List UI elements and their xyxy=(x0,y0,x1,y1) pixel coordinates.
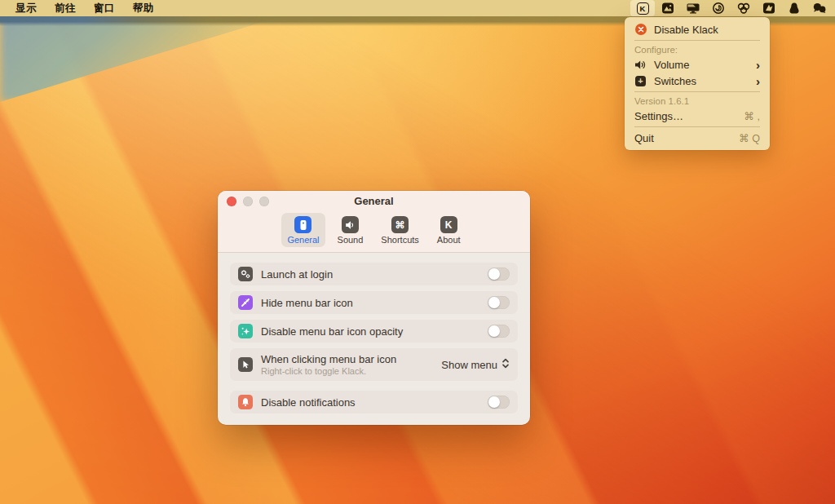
hide-menu-bar-icon-toggle[interactable] xyxy=(488,296,510,309)
settings-label: Settings… xyxy=(634,110,683,122)
configure-section-label: Configure: xyxy=(625,43,770,56)
row-control xyxy=(488,396,510,409)
menu-item-quit[interactable]: Quit ⌘ Q xyxy=(625,130,770,146)
toolbar-tabs: General Sound ⌘ Shortcuts K About xyxy=(218,210,530,252)
menu-item-settings[interactable]: Settings… ⌘ , xyxy=(625,108,770,124)
monitor-icon xyxy=(686,2,700,15)
k-icon: K xyxy=(440,216,457,233)
hide-slash-icon xyxy=(238,295,253,310)
cursor-icon xyxy=(238,357,253,372)
row-launch-at-login: Launch at login xyxy=(230,263,518,285)
klack-k-icon: K xyxy=(637,2,649,15)
quit-shortcut: ⌘ Q xyxy=(739,132,760,144)
two-chat-bubbles-icon xyxy=(812,2,827,15)
row-control xyxy=(488,267,510,281)
disable-notifications-toggle[interactable] xyxy=(488,396,510,409)
launch-at-login-toggle[interactable] xyxy=(488,267,510,281)
switches-icon-wrap: + xyxy=(634,75,647,87)
show-menu-popup-button[interactable] xyxy=(501,357,510,373)
bird-app-icon[interactable] xyxy=(756,0,781,16)
settings-window: General General Sound ⌘ Shortcuts K xyxy=(218,191,530,425)
tab-sound-label: Sound xyxy=(338,235,364,245)
disable-circle-icon xyxy=(635,24,647,35)
tab-about-label: About xyxy=(437,235,461,245)
settings-content: Launch at login Hide menu bar icon Disab… xyxy=(218,253,530,425)
close-button[interactable] xyxy=(227,197,236,206)
tab-general[interactable]: General xyxy=(281,213,325,247)
row-label: Disable menu bar icon opacity xyxy=(261,325,403,338)
photos-app-icon[interactable] xyxy=(655,0,680,16)
row-control: Show menu xyxy=(441,357,510,373)
toggle-knob xyxy=(488,325,500,337)
tab-sound[interactable]: Sound xyxy=(332,213,369,247)
menu-bar: 显示 前往 窗口 帮助 K xyxy=(0,0,835,16)
chevron-right-icon: › xyxy=(756,75,760,87)
row-control xyxy=(488,325,510,338)
gears-icon xyxy=(238,267,253,281)
row-label: Launch at login xyxy=(261,268,333,281)
klack-dropdown-menu: Disable Klack Configure: Volume › + Swit… xyxy=(625,17,770,150)
row-disable-icon-opacity: Disable menu bar icon opacity xyxy=(230,320,518,343)
version-label: Version 1.6.1 xyxy=(625,95,770,108)
menu-bar-status-icons: K xyxy=(630,0,835,16)
mountain-icon xyxy=(661,2,674,15)
row-text: When clicking menu bar icon Right-click … xyxy=(261,353,396,376)
toggle-knob xyxy=(488,297,500,308)
volume-label: Volume xyxy=(654,59,689,71)
toggle-knob xyxy=(488,268,500,280)
tab-about[interactable]: K About xyxy=(431,213,466,247)
traffic-lights xyxy=(227,197,269,206)
row-subtitle: Right-click to toggle Klack. xyxy=(261,366,396,376)
menu-item-volume[interactable]: Volume › xyxy=(625,56,770,73)
row-control xyxy=(488,296,510,309)
x-icon xyxy=(638,26,644,33)
stepper-chevrons-icon xyxy=(501,357,510,369)
disable-klack-icon-wrap xyxy=(634,24,647,36)
show-menu-popup-value: Show menu xyxy=(441,359,497,371)
toggle-knob xyxy=(488,396,500,408)
switches-label: Switches xyxy=(654,75,696,87)
tab-shortcuts-label: Shortcuts xyxy=(381,235,418,245)
minimize-button[interactable] xyxy=(243,197,253,206)
menu-bar-menus: 显示 前往 窗口 帮助 xyxy=(0,0,163,16)
drive-circles-icon[interactable] xyxy=(731,0,756,16)
menu-item-disable-klack[interactable]: Disable Klack xyxy=(625,21,770,38)
tab-shortcuts[interactable]: ⌘ Shortcuts xyxy=(375,213,424,247)
menu-item-go[interactable]: 前往 xyxy=(46,0,85,16)
row-when-clicking: When clicking menu bar icon Right-click … xyxy=(230,348,518,381)
menu-divider xyxy=(634,40,760,41)
window-header: General General Sound ⌘ Shortcuts K xyxy=(218,191,530,253)
bell-icon xyxy=(238,395,253,409)
chevron-right-icon: › xyxy=(756,59,760,71)
zoom-button[interactable] xyxy=(259,197,269,206)
penguin-silhouette-icon xyxy=(789,2,800,15)
settings-shortcut: ⌘ , xyxy=(744,110,760,122)
record-spiral-icon[interactable] xyxy=(705,0,731,16)
quit-label: Quit xyxy=(634,132,654,144)
klack-menu-bar-icon[interactable]: K xyxy=(630,0,655,16)
menu-item-window[interactable]: 窗口 xyxy=(85,0,124,16)
penguin-icon[interactable] xyxy=(781,0,806,16)
tab-general-label: General xyxy=(287,235,319,245)
row-hide-menu-bar-icon: Hide menu bar icon xyxy=(230,291,518,314)
disable-icon-opacity-toggle[interactable] xyxy=(488,325,510,338)
title-bar[interactable]: General xyxy=(218,191,530,210)
speaker-icon xyxy=(342,216,359,233)
menu-divider xyxy=(634,91,760,92)
plus-square-icon: + xyxy=(635,76,646,86)
menu-item-display[interactable]: 显示 xyxy=(7,0,46,16)
display-icon[interactable] xyxy=(680,0,705,16)
spiral-circle-icon xyxy=(712,2,725,15)
sparkle-icon xyxy=(238,324,253,338)
menu-item-help[interactable]: 帮助 xyxy=(124,0,163,16)
menu-item-switches[interactable]: + Switches › xyxy=(625,73,770,89)
keycap-icon xyxy=(294,216,311,233)
row-label: Disable notifications xyxy=(261,396,356,409)
disable-klack-label: Disable Klack xyxy=(654,24,718,36)
bird-square-icon xyxy=(762,2,775,15)
chat-bubbles-icon[interactable] xyxy=(806,0,832,16)
menu-divider xyxy=(634,126,760,127)
row-label: Hide menu bar icon xyxy=(261,297,353,309)
row-disable-notifications: Disable notifications xyxy=(230,391,518,413)
three-circles-icon xyxy=(736,2,751,15)
